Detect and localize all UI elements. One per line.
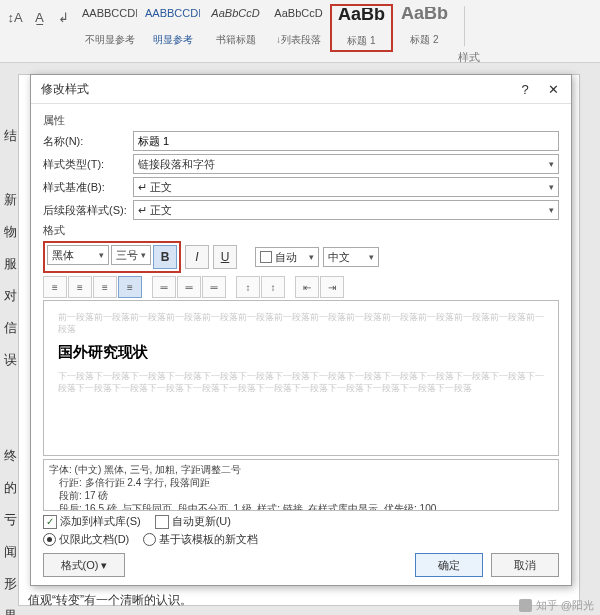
base-select[interactable]: ↵ 正文▾ (133, 177, 559, 197)
format-button[interactable]: 格式(O) ▾ (43, 553, 125, 577)
next-label: 后续段落样式(S): (43, 203, 133, 218)
align-left-icon[interactable]: ≡ (43, 276, 67, 298)
spacing-1-icon[interactable]: ═ (152, 276, 176, 298)
document-text-behind: 结 新 物 服 对 信 误 终 的 亏 闻 形 界 内 (4, 120, 17, 615)
only-this-doc-radio[interactable]: 仅限此文档(D) (43, 532, 129, 547)
close-button[interactable]: ✕ (539, 77, 567, 101)
preview-box: 前一段落前一段落前一段落前一段落前一段落前一段落前一段落前一段落前一段落前一段落… (43, 300, 559, 456)
align-right-icon[interactable]: ≡ (93, 276, 117, 298)
ribbon-group-label: 样式 (458, 50, 480, 65)
name-label: 名称(N): (43, 134, 133, 149)
preview-sample-text: 国外研究现状 (58, 343, 544, 362)
spacing-2-icon[interactable]: ═ (202, 276, 226, 298)
styles-gallery[interactable]: AABBCCDI不明显参考 AABBCCDI明显参考 AaBbCcD书籍标题 A… (78, 4, 456, 52)
space-after-icon[interactable]: ↕ (261, 276, 285, 298)
modify-style-dialog: 修改样式 ? ✕ 属性 名称(N): 样式类型(T): 链接段落和字符▾ 样式基… (30, 74, 572, 586)
cancel-button[interactable]: 取消 (491, 553, 559, 577)
style-heading1[interactable]: AaBb标题 1 (330, 4, 393, 52)
type-label: 样式类型(T): (43, 157, 133, 172)
ribbon: ↕A A̲ ↲ AABBCCDI不明显参考 AABBCCDI明显参考 AaBbC… (0, 0, 600, 63)
next-select[interactable]: ↵ 正文▾ (133, 200, 559, 220)
name-input[interactable] (133, 131, 559, 151)
underline-button[interactable]: U (213, 245, 237, 269)
font-size-select[interactable]: 三号▾ (111, 245, 151, 265)
section-properties: 属性 (43, 113, 559, 128)
titlebar[interactable]: 修改样式 ? ✕ (31, 75, 571, 104)
paragraph-toolbar: ≡ ≡ ≡ ≡ ═ ═ ═ ↕ ↕ ⇤ ⇥ (43, 276, 559, 298)
text-direction-icon[interactable]: ↕A (6, 8, 24, 26)
indent-dec-icon[interactable]: ⇤ (295, 276, 319, 298)
italic-button[interactable]: I (185, 245, 209, 269)
lang-select[interactable]: 中文▾ (323, 247, 379, 267)
indent-inc-icon[interactable]: ⇥ (320, 276, 344, 298)
based-on-template-radio[interactable]: 基于该模板的新文档 (143, 532, 258, 547)
style-description: 字体: (中文) 黑体, 三号, 加粗, 字距调整二号 行距: 多倍行距 2.4… (43, 459, 559, 511)
align-justify-icon[interactable]: ≡ (118, 276, 142, 298)
type-select[interactable]: 链接段落和字符▾ (133, 154, 559, 174)
document-text-bottom: 值观“转变”有一个清晰的认识。 (28, 592, 192, 609)
section-format: 格式 (43, 223, 559, 238)
align-center-icon[interactable]: ≡ (68, 276, 92, 298)
spacing-15-icon[interactable]: ═ (177, 276, 201, 298)
watermark: 知乎 @阳光 (519, 598, 594, 613)
bold-button[interactable]: B (153, 245, 177, 269)
format-painter-icon[interactable]: ↲ (54, 8, 72, 26)
font-color-select[interactable]: 自动▾ (255, 247, 319, 267)
auto-update-checkbox[interactable]: 自动更新(U) (155, 514, 231, 529)
zhihu-icon (519, 599, 532, 612)
font-highlight-box: 黑体▾ 三号▾ B (43, 241, 181, 273)
margin-icon[interactable]: A̲ (30, 8, 48, 26)
font-name-select[interactable]: 黑体▾ (47, 245, 109, 265)
help-button[interactable]: ? (511, 77, 539, 101)
space-before-icon[interactable]: ↕ (236, 276, 260, 298)
ok-button[interactable]: 确定 (415, 553, 483, 577)
base-label: 样式基准(B): (43, 180, 133, 195)
add-to-gallery-checkbox[interactable]: ✓添加到样式库(S) (43, 514, 141, 529)
dialog-title: 修改样式 (41, 81, 89, 98)
